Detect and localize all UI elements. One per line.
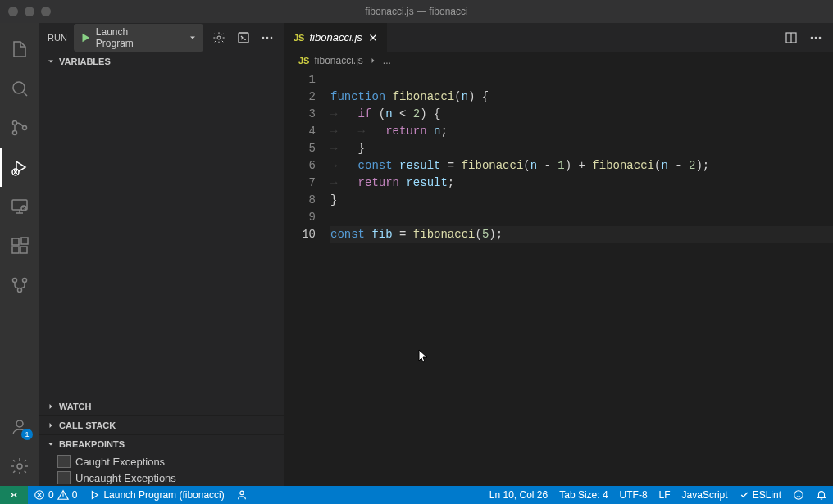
javascript-icon: JS — [298, 56, 309, 66]
error-icon — [34, 489, 45, 501]
status-launch[interactable]: Launch Program (fibonacci) — [83, 486, 230, 504]
panel-breakpoints-header[interactable]: BREAKPOINTS — [39, 435, 284, 453]
svg-point-16 — [217, 36, 221, 39]
svg-point-23 — [815, 36, 817, 39]
panel-watch-header[interactable]: WATCH — [39, 397, 284, 415]
status-bell[interactable] — [810, 486, 833, 504]
check-icon — [740, 490, 749, 500]
panel-variables-title: VARIABLES — [59, 57, 111, 66]
open-launch-json-button[interactable] — [210, 29, 228, 47]
split-editor-button[interactable] — [782, 29, 800, 47]
status-warnings-count: 0 — [72, 489, 78, 501]
svg-rect-9 — [20, 247, 27, 253]
status-problems[interactable]: 0 0 — [28, 486, 83, 504]
activity-extensions[interactable] — [0, 226, 39, 266]
panel-variables-header[interactable]: VARIABLES — [39, 52, 284, 70]
statusbar: 0 0 Launch Program (fibonacci) Ln 10, Co… — [0, 486, 833, 504]
window-zoom-button[interactable] — [41, 7, 51, 16]
debug-icon — [89, 489, 100, 501]
status-eol[interactable]: LF — [653, 486, 676, 504]
run-header: RUN Launch Program — [39, 23, 284, 52]
debug-console-button[interactable] — [234, 29, 253, 47]
panel-callstack-header[interactable]: CALL STACK — [39, 416, 284, 434]
breakpoint-caught[interactable]: Caught Exceptions — [39, 453, 284, 470]
live-share-icon — [236, 489, 248, 501]
svg-point-18 — [262, 36, 265, 39]
window-title: fibonacci.js — fibonacci — [365, 6, 467, 17]
bell-icon — [816, 489, 827, 501]
svg-point-13 — [18, 288, 22, 293]
svg-point-24 — [819, 36, 822, 39]
breakpoint-label: Uncaught Exceptions — [75, 472, 176, 484]
checkbox[interactable] — [57, 455, 71, 468]
chevron-down-icon — [46, 439, 56, 449]
status-tab-size[interactable]: Tab Size: 4 — [553, 486, 613, 504]
start-debug-icon — [80, 32, 91, 43]
more-actions-button[interactable] — [258, 29, 276, 47]
warning-icon — [57, 489, 69, 501]
svg-point-0 — [13, 82, 25, 93]
svg-point-26 — [240, 491, 244, 494]
launch-config-select[interactable]: Launch Program — [74, 24, 203, 52]
svg-point-22 — [811, 36, 813, 39]
activity-explorer[interactable] — [0, 30, 39, 69]
status-live-share[interactable] — [230, 486, 253, 504]
window-controls — [8, 7, 51, 16]
activity-search[interactable] — [0, 69, 39, 108]
feedback-icon — [793, 489, 804, 501]
chevron-right-icon — [46, 402, 56, 411]
status-encoding[interactable]: UTF-8 — [614, 486, 653, 504]
activity-remote-explorer[interactable] — [0, 187, 39, 226]
tab-bar: JS fibonacci.js — [285, 23, 833, 52]
tab-label: fibonacci.js — [309, 31, 362, 43]
status-eslint[interactable]: ESLint — [734, 486, 787, 504]
panel-variables-body — [39, 70, 284, 397]
breadcrumb[interactable]: JS fibonacci.js ... — [285, 52, 833, 70]
chevron-down-icon — [46, 57, 56, 66]
window-minimize-button[interactable] — [25, 7, 34, 16]
activity-github[interactable] — [0, 266, 39, 305]
svg-rect-7 — [12, 238, 19, 245]
svg-point-27 — [794, 491, 803, 500]
breadcrumb-file: fibonacci.js — [314, 55, 362, 66]
sidebar-run: RUN Launch Program — [39, 23, 285, 486]
panel-callstack-title: CALL STACK — [59, 420, 116, 430]
tab-fibonacci[interactable]: JS fibonacci.js — [285, 23, 388, 52]
status-launch-label: Launch Program (fibonacci) — [103, 489, 224, 501]
chevron-down-icon — [188, 33, 198, 43]
svg-point-14 — [16, 420, 23, 427]
svg-point-2 — [13, 131, 17, 135]
panel-watch-title: WATCH — [59, 402, 92, 411]
svg-point-12 — [23, 279, 27, 283]
code-content[interactable]: function fibonacci(n) {→ if (n < 2) {→ →… — [330, 71, 833, 486]
more-editor-actions-button[interactable] — [807, 29, 825, 47]
svg-point-19 — [266, 36, 269, 39]
accounts-badge: 1 — [21, 429, 33, 440]
svg-point-11 — [13, 279, 17, 283]
run-label: RUN — [48, 33, 67, 43]
status-lang[interactable]: JavaScript — [676, 486, 734, 504]
checkbox[interactable] — [57, 471, 71, 484]
chevron-right-icon — [46, 420, 56, 430]
editor-body[interactable]: 12345678910 function fibonacci(n) {→ if … — [285, 70, 833, 486]
svg-point-1 — [13, 121, 17, 125]
activity-source-control[interactable] — [0, 108, 39, 148]
breakpoint-uncaught[interactable]: Uncaught Exceptions — [39, 470, 284, 486]
close-tab-icon[interactable] — [367, 32, 379, 43]
window-close-button[interactable] — [8, 7, 18, 16]
status-feedback[interactable] — [787, 486, 810, 504]
breadcrumb-item: ... — [383, 55, 391, 66]
titlebar: fibonacci.js — fibonacci — [0, 0, 833, 23]
editor-area: JS fibonacci.js JS fibonacci.js — [285, 23, 833, 486]
activity-settings[interactable] — [0, 447, 39, 486]
svg-point-15 — [17, 464, 22, 469]
chevron-right-icon — [368, 56, 378, 66]
svg-rect-10 — [21, 238, 28, 244]
status-remote[interactable] — [0, 486, 28, 504]
javascript-icon: JS — [294, 33, 304, 43]
status-ln-col[interactable]: Ln 10, Col 26 — [484, 486, 553, 504]
activity-run-debug[interactable] — [0, 148, 39, 187]
panel-breakpoints-title: BREAKPOINTS — [59, 439, 125, 449]
activity-accounts[interactable]: 1 — [0, 407, 39, 447]
launch-config-label: Launch Program — [96, 26, 166, 49]
